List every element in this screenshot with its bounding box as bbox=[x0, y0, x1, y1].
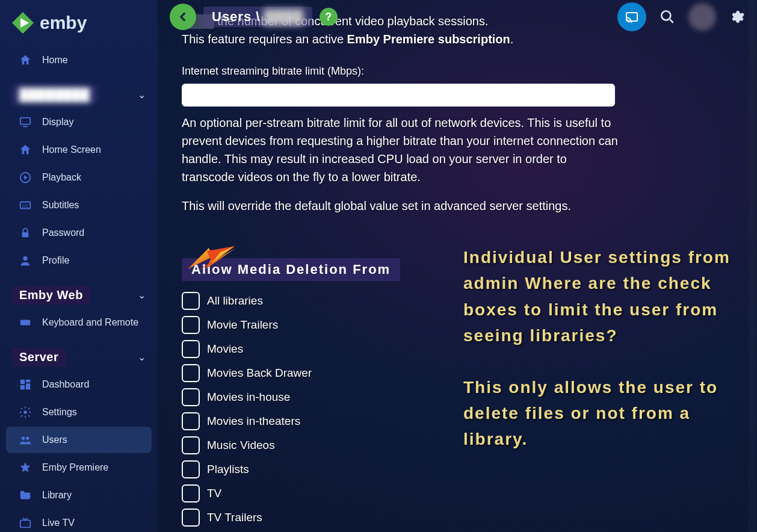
checkbox[interactable] bbox=[182, 509, 200, 527]
sidebar-item-display[interactable]: Display bbox=[6, 109, 152, 135]
sidebar-item-emby-premiere[interactable]: Emby Premiere bbox=[6, 454, 152, 481]
sidebar-item-playback[interactable]: Playback bbox=[6, 164, 152, 191]
user-avatar[interactable] bbox=[688, 3, 716, 31]
sidebar-item-keyboard-and-remote[interactable]: Keyboard and Remote bbox=[6, 309, 152, 336]
nav-label: Library bbox=[42, 490, 72, 501]
svg-point-15 bbox=[22, 437, 25, 441]
home-icon bbox=[18, 53, 32, 67]
checkbox[interactable] bbox=[182, 484, 200, 503]
logo-icon bbox=[11, 11, 35, 35]
checkbox-label: Movies in-theaters bbox=[207, 415, 300, 428]
checkbox[interactable] bbox=[182, 460, 200, 478]
nav-label: Profile bbox=[42, 255, 69, 266]
nav-label: Home bbox=[42, 55, 68, 66]
display-icon bbox=[18, 115, 32, 129]
bitrate-input[interactable] bbox=[182, 84, 615, 107]
cast-icon bbox=[625, 10, 639, 24]
svg-point-16 bbox=[26, 437, 29, 441]
svg-rect-10 bbox=[20, 380, 25, 384]
nav-label: Home Screen bbox=[42, 144, 101, 155]
sidebar-item-users[interactable]: Users bbox=[6, 427, 152, 453]
dashboard-icon bbox=[18, 377, 32, 392]
breadcrumb: Users \ ████ bbox=[203, 7, 312, 27]
star-icon bbox=[18, 460, 32, 475]
breadcrumb-label: Users \ bbox=[212, 9, 260, 25]
nav-label: Dashboard bbox=[42, 379, 89, 390]
gear-icon bbox=[18, 405, 32, 419]
sidebar-section-header-embyweb[interactable]: Emby Web ⌄ bbox=[0, 279, 158, 308]
svg-rect-9 bbox=[20, 320, 31, 325]
sidebar-item-password[interactable]: Password bbox=[6, 220, 152, 246]
cast-button[interactable] bbox=[617, 2, 646, 31]
premiere-link[interactable]: Emby Premiere subscription bbox=[347, 32, 510, 46]
svg-rect-17 bbox=[20, 520, 31, 527]
brand-name: emby bbox=[40, 13, 87, 33]
checkbox[interactable] bbox=[182, 292, 200, 310]
sidebar-item-subtitles[interactable]: CCSubtitles bbox=[6, 192, 152, 218]
annotation-arrow-icon bbox=[182, 245, 236, 275]
playback-icon bbox=[18, 170, 32, 185]
checkbox-label: All libraries bbox=[207, 294, 263, 308]
checkbox[interactable] bbox=[182, 412, 200, 430]
sidebar-section-header-server[interactable]: Server ⌄ bbox=[0, 341, 158, 370]
checkbox-label: Movies bbox=[207, 342, 243, 356]
sidebar-section-header-user[interactable]: ████████ ⌄ bbox=[0, 78, 158, 108]
checkbox[interactable] bbox=[182, 340, 200, 358]
svg-point-14 bbox=[23, 410, 27, 414]
settings-button[interactable] bbox=[729, 9, 745, 25]
deletion-row: TV bbox=[182, 484, 733, 503]
checkbox-label: Playlists bbox=[207, 463, 249, 476]
nav-label: Emby Premiere bbox=[42, 462, 108, 473]
checkbox-label: TV bbox=[207, 487, 221, 500]
topbar: Users \ ████ ? bbox=[158, 0, 757, 34]
section-label: Emby Web bbox=[12, 286, 90, 305]
checkbox[interactable] bbox=[182, 388, 200, 406]
svg-rect-13 bbox=[20, 385, 25, 389]
checkbox[interactable] bbox=[182, 364, 200, 382]
sidebar-item-dashboard[interactable]: Dashboard bbox=[6, 371, 152, 398]
svg-marker-4 bbox=[24, 175, 28, 179]
checkbox-label: Movies Back Drawer bbox=[207, 367, 312, 380]
checkbox[interactable] bbox=[182, 316, 200, 334]
search-button[interactable] bbox=[660, 9, 675, 25]
nav-label: Users bbox=[42, 435, 67, 445]
annotation-text: Individual User settings from admin Wher… bbox=[463, 244, 737, 453]
arrow-left-icon bbox=[175, 9, 191, 25]
svg-point-8 bbox=[23, 256, 27, 261]
section-label-blurred: ████████ bbox=[12, 85, 97, 104]
nav-label: Subtitles bbox=[42, 200, 79, 211]
deletion-row: Playlists bbox=[182, 460, 733, 478]
chevron-down-icon: ⌄ bbox=[138, 289, 146, 301]
chevron-down-icon: ⌄ bbox=[138, 89, 146, 101]
nav-label: Settings bbox=[42, 407, 77, 418]
sidebar-item-settings[interactable]: Settings bbox=[6, 399, 152, 425]
nav-label: Display bbox=[42, 117, 73, 128]
people-icon bbox=[18, 433, 32, 447]
svg-rect-7 bbox=[22, 232, 29, 237]
svg-rect-2 bbox=[20, 118, 31, 125]
nav-label: Playback bbox=[42, 172, 81, 183]
breadcrumb-username-blurred: ████ bbox=[264, 9, 303, 25]
keyboard-icon bbox=[18, 315, 32, 330]
cc-icon: CC bbox=[18, 198, 32, 212]
help-button[interactable]: ? bbox=[320, 8, 338, 26]
back-button[interactable] bbox=[170, 4, 196, 30]
svg-point-19 bbox=[661, 11, 670, 20]
nav-label: Keyboard and Remote bbox=[42, 317, 138, 328]
sidebar-item-profile[interactable]: Profile bbox=[6, 247, 152, 274]
sidebar-item-live-tv[interactable]: Live TV bbox=[6, 510, 152, 532]
folder-icon bbox=[18, 488, 32, 503]
bitrate-description-1: An optional per-stream bitrate limit for… bbox=[182, 114, 618, 186]
svg-text:CC: CC bbox=[22, 203, 29, 209]
scrollbar[interactable] bbox=[749, 0, 756, 532]
checkbox-label: Movie Trailers bbox=[207, 318, 278, 332]
sidebar-item-home[interactable]: Home bbox=[6, 47, 152, 73]
home-icon bbox=[18, 143, 32, 157]
sidebar-item-library[interactable]: Library bbox=[6, 482, 152, 509]
lock-icon bbox=[18, 226, 32, 240]
checkbox-label: TV Trailers bbox=[207, 511, 262, 524]
sidebar-item-home-screen[interactable]: Home Screen bbox=[6, 137, 152, 163]
checkbox[interactable] bbox=[182, 436, 200, 454]
bitrate-label: Internet streaming bitrate limit (Mbps): bbox=[182, 65, 733, 78]
app-logo[interactable]: emby bbox=[0, 11, 158, 46]
